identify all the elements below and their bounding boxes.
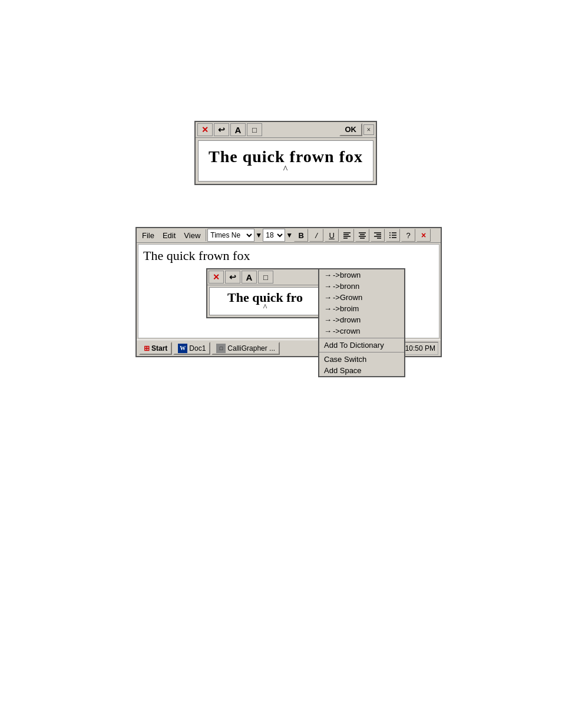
document-text: The quick frown fox bbox=[143, 248, 434, 263]
inner-floating-widget: ✕ ↩ A □ The quick fro ^ bbox=[206, 268, 324, 318]
spell-add-to-dict[interactable]: Add To Dictionary bbox=[319, 340, 404, 351]
spell-add-space[interactable]: Add Space bbox=[319, 365, 404, 376]
list-btn[interactable] bbox=[386, 229, 400, 242]
arrow-icon-3: → bbox=[324, 293, 332, 302]
top-widget-ok-btn[interactable]: OK bbox=[339, 123, 363, 136]
top-widget-toolbar: ✕ ↩ A □ OK × bbox=[196, 122, 376, 138]
font-dropdown-arrow[interactable]: ▼ bbox=[255, 231, 262, 240]
spell-suggestion-brown[interactable]: →->brown bbox=[319, 269, 404, 281]
main-close-btn[interactable]: × bbox=[416, 229, 431, 242]
menubar: File Edit View Times Ne ▼ 18 ▼ B / U bbox=[137, 228, 441, 243]
inner-widget-content: The quick fro ^ bbox=[209, 287, 321, 315]
spell-menu-divider-1 bbox=[319, 338, 404, 338]
taskbar-calligraph[interactable]: □ CalliGrapher ... bbox=[211, 342, 280, 355]
svg-point-12 bbox=[389, 232, 391, 233]
spell-suggestion-grown[interactable]: →->Grown bbox=[319, 292, 404, 303]
main-window: File Edit View Times Ne ▼ 18 ▼ B / U bbox=[135, 227, 442, 357]
size-select[interactable]: 18 bbox=[263, 229, 285, 242]
inner-close-btn[interactable]: ✕ bbox=[209, 271, 224, 284]
inner-widget-toolbar: ✕ ↩ A □ bbox=[207, 269, 323, 285]
arrow-icon-1: → bbox=[324, 271, 332, 279]
calligraph-icon: □ bbox=[216, 344, 226, 353]
spell-suggestion-broim[interactable]: →->broim bbox=[319, 303, 404, 314]
top-widget-caret: ^ bbox=[283, 164, 289, 174]
spell-suggestion-bronn[interactable]: →->bronn bbox=[319, 281, 404, 292]
top-widget-font-btn[interactable]: A bbox=[230, 123, 246, 136]
svg-point-14 bbox=[389, 235, 391, 236]
doc1-label: Doc1 bbox=[189, 344, 206, 353]
bold-btn[interactable]: B bbox=[294, 229, 308, 242]
align-center-btn[interactable] bbox=[355, 229, 369, 242]
menu-file[interactable]: File bbox=[138, 229, 158, 242]
inner-widget-caret: ^ bbox=[263, 303, 267, 312]
underline-btn[interactable]: U bbox=[325, 229, 339, 242]
windows-flag-icon: ⊞ bbox=[144, 344, 150, 353]
italic-btn[interactable]: / bbox=[309, 229, 323, 242]
align-left-btn[interactable] bbox=[340, 229, 354, 242]
svg-point-16 bbox=[389, 237, 391, 238]
menubar-separator bbox=[206, 229, 206, 241]
inner-font-btn[interactable]: A bbox=[242, 271, 257, 284]
spell-suggestion-crown[interactable]: →->crown bbox=[319, 325, 404, 337]
top-widget-close-btn[interactable]: ✕ bbox=[197, 123, 213, 136]
start-button[interactable]: ⊞ Start bbox=[139, 342, 172, 355]
top-widget-x-btn[interactable]: × bbox=[363, 124, 374, 135]
document-area[interactable]: The quick frown fox ✕ ↩ A □ The quick fr… bbox=[138, 244, 439, 338]
arrow-icon-6: → bbox=[324, 327, 332, 335]
menu-edit[interactable]: Edit bbox=[158, 229, 180, 242]
word-icon: W bbox=[178, 344, 187, 353]
top-floating-widget: ✕ ↩ A □ OK × The quick frown fox ^ bbox=[194, 121, 377, 185]
spell-case-switch[interactable]: Case Switch bbox=[319, 354, 404, 365]
arrow-icon-4: → bbox=[324, 304, 332, 313]
help-btn[interactable]: ? bbox=[401, 229, 415, 242]
spell-menu-divider-2 bbox=[319, 352, 404, 353]
menu-view[interactable]: View bbox=[180, 229, 204, 242]
size-dropdown-arrow[interactable]: ▼ bbox=[286, 231, 293, 240]
align-right-btn[interactable] bbox=[371, 229, 385, 242]
clock: 10:50 PM bbox=[405, 344, 435, 353]
inner-undo-btn[interactable]: ↩ bbox=[225, 271, 240, 284]
arrow-icon-5: → bbox=[324, 315, 332, 324]
arrow-icon-2: → bbox=[324, 282, 332, 291]
calligraph-label: CalliGrapher ... bbox=[227, 344, 275, 353]
start-label: Start bbox=[151, 344, 167, 353]
taskbar-doc1[interactable]: W Doc1 bbox=[173, 342, 210, 355]
inner-rect-btn[interactable]: □ bbox=[258, 271, 273, 284]
spell-suggestion-drown[interactable]: →->drown bbox=[319, 314, 404, 325]
top-widget-undo-btn[interactable]: ↩ bbox=[214, 123, 229, 136]
top-widget-rect-btn[interactable]: □ bbox=[247, 123, 262, 136]
top-widget-content: The quick frown fox ^ bbox=[198, 140, 373, 182]
font-select[interactable]: Times Ne bbox=[207, 229, 254, 242]
spell-check-menu: →->brown →->bronn →->Grown →->broim →->d… bbox=[318, 268, 405, 377]
